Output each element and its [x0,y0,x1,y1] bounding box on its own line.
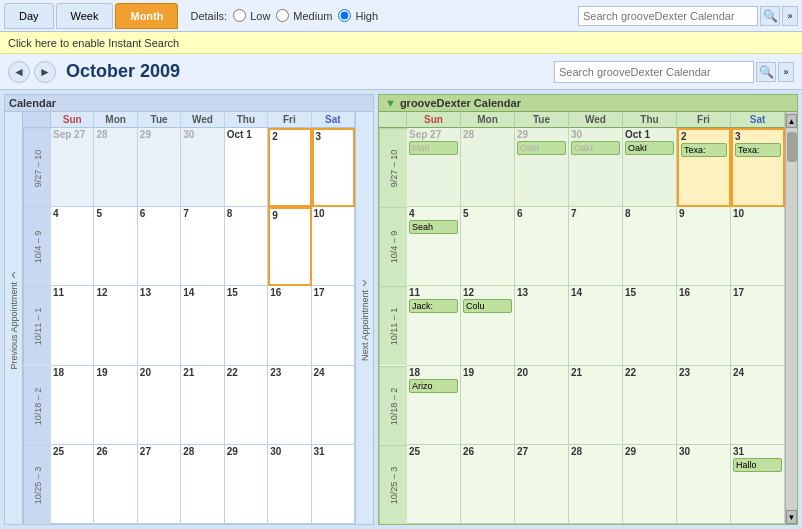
left-cell-1-6[interactable]: 10 [312,207,355,286]
prev-appointment-nav[interactable]: ‹ Previous Appointment [5,112,23,524]
left-cell-0-2[interactable]: 29 [138,128,181,207]
nav-prev-button[interactable]: ◄ [8,61,30,83]
right-cell-2-3[interactable]: 14 [569,286,623,365]
left-cell-1-4[interactable]: 8 [225,207,268,286]
nav-expand-button[interactable]: » [778,62,794,82]
right-cell-3-1[interactable]: 19 [461,366,515,445]
left-cell-3-4[interactable]: 22 [225,366,268,445]
event-item[interactable]: Texa: [681,143,727,157]
left-cell-4-6[interactable]: 31 [312,445,355,524]
right-cell-1-2[interactable]: 6 [515,207,569,286]
left-cell-0-1[interactable]: 28 [94,128,137,207]
left-cell-4-0[interactable]: 25 [51,445,94,524]
left-cell-1-0[interactable]: 4 [51,207,94,286]
left-cell-0-4[interactable]: Oct 1 [225,128,268,207]
tab-month[interactable]: Month [115,3,178,29]
nav-search-button[interactable]: 🔍 [756,62,776,82]
next-appointment-nav[interactable]: › Next Appointment [355,112,373,524]
right-cell-1-6[interactable]: 10 [731,207,785,286]
left-cell-2-3[interactable]: 14 [181,286,224,365]
right-cell-0-5[interactable]: 2Texa: [677,128,731,207]
right-cell-3-3[interactable]: 21 [569,366,623,445]
event-item[interactable]: OakI [517,141,566,155]
right-cell-4-4[interactable]: 29 [623,445,677,524]
left-cell-0-5[interactable]: 2 [268,128,311,207]
scroll-down-btn[interactable]: ▼ [786,510,797,524]
left-cell-2-1[interactable]: 12 [94,286,137,365]
right-cell-0-6[interactable]: 3Texa: [731,128,785,207]
left-cell-3-1[interactable]: 19 [94,366,137,445]
right-cell-0-2[interactable]: 29OakI [515,128,569,207]
right-cell-3-5[interactable]: 23 [677,366,731,445]
left-cell-1-5[interactable]: 9 [268,207,311,286]
radio-high-input[interactable] [338,9,351,22]
nav-search-input[interactable] [554,61,754,83]
right-cell-3-2[interactable]: 20 [515,366,569,445]
event-item[interactable]: OakI [571,141,620,155]
right-cell-2-4[interactable]: 15 [623,286,677,365]
left-cell-0-3[interactable]: 30 [181,128,224,207]
right-cell-4-6[interactable]: 31Hallo [731,445,785,524]
event-item[interactable]: OakI [625,141,674,155]
right-cell-3-0[interactable]: 18Arizo [407,366,461,445]
right-cell-4-3[interactable]: 28 [569,445,623,524]
right-cell-1-4[interactable]: 8 [623,207,677,286]
tab-week[interactable]: Week [56,3,114,29]
left-cell-3-6[interactable]: 24 [312,366,355,445]
left-cell-4-1[interactable]: 26 [94,445,137,524]
right-cell-2-2[interactable]: 13 [515,286,569,365]
right-cell-4-5[interactable]: 30 [677,445,731,524]
radio-low[interactable]: Low [233,9,270,22]
right-cell-0-3[interactable]: 30OakI [569,128,623,207]
left-cell-4-3[interactable]: 28 [181,445,224,524]
right-cell-1-1[interactable]: 5 [461,207,515,286]
toolbar-expand-button[interactable]: » [782,6,798,26]
right-cell-2-5[interactable]: 16 [677,286,731,365]
left-cell-3-2[interactable]: 20 [138,366,181,445]
nav-next-button[interactable]: ► [34,61,56,83]
right-cell-3-4[interactable]: 22 [623,366,677,445]
left-cell-1-3[interactable]: 7 [181,207,224,286]
right-cell-0-4[interactable]: Oct 1OakI [623,128,677,207]
tab-day[interactable]: Day [4,3,54,29]
right-scrollbar[interactable]: ▲ ▼ [785,112,797,524]
right-cell-3-6[interactable]: 24 [731,366,785,445]
left-cell-1-2[interactable]: 6 [138,207,181,286]
event-item[interactable]: Texa: [735,143,781,157]
left-cell-2-5[interactable]: 16 [268,286,311,365]
right-cell-1-0[interactable]: 4Seah [407,207,461,286]
right-cell-2-6[interactable]: 17 [731,286,785,365]
left-cell-0-0[interactable]: Sep 27 [51,128,94,207]
instant-search-bar[interactable]: Click here to enable Instant Search [0,32,802,54]
event-item[interactable]: Seah [409,220,458,234]
event-item[interactable]: Arizo [409,379,458,393]
left-cell-3-0[interactable]: 18 [51,366,94,445]
radio-low-input[interactable] [233,9,246,22]
right-cell-0-1[interactable]: 28 [461,128,515,207]
scroll-up-btn[interactable]: ▲ [786,114,797,128]
left-cell-2-4[interactable]: 15 [225,286,268,365]
event-item[interactable]: Colu [463,299,512,313]
right-cell-4-0[interactable]: 25 [407,445,461,524]
right-cell-1-3[interactable]: 7 [569,207,623,286]
right-cell-4-2[interactable]: 27 [515,445,569,524]
left-cell-1-1[interactable]: 5 [94,207,137,286]
toolbar-search-button[interactable]: 🔍 [760,6,780,26]
left-cell-4-2[interactable]: 27 [138,445,181,524]
left-cell-2-6[interactable]: 17 [312,286,355,365]
left-cell-2-2[interactable]: 13 [138,286,181,365]
left-cell-4-4[interactable]: 29 [225,445,268,524]
right-cell-0-0[interactable]: Sep 27Mari [407,128,461,207]
radio-medium-input[interactable] [276,9,289,22]
left-cell-3-5[interactable]: 23 [268,366,311,445]
radio-medium[interactable]: Medium [276,9,332,22]
right-cell-1-5[interactable]: 9 [677,207,731,286]
radio-high[interactable]: High [338,9,378,22]
right-cell-2-0[interactable]: 11Jack: [407,286,461,365]
right-cell-4-1[interactable]: 26 [461,445,515,524]
right-cell-2-1[interactable]: 12Colu [461,286,515,365]
event-item[interactable]: Jack: [409,299,458,313]
left-cell-0-6[interactable]: 3 [312,128,355,207]
scrollbar-thumb[interactable] [787,132,797,162]
event-item[interactable]: Mari [409,141,458,155]
